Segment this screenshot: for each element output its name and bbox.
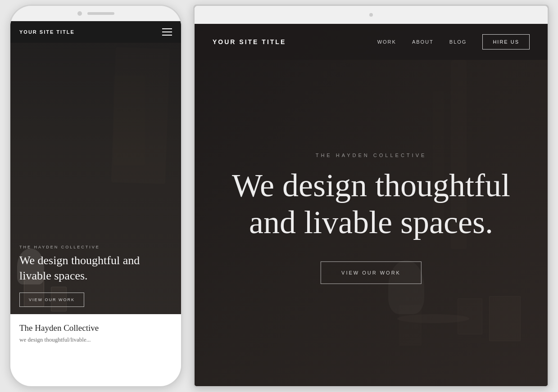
nav-link-about[interactable]: ABOUT [412,39,434,45]
desktop-hero-heading: We design thoughtful and livable spaces. [221,167,521,241]
nav-link-work[interactable]: WORK [377,39,396,45]
mobile-cta-button[interactable]: VIEW OUR WORK [19,293,84,307]
mobile-speaker [87,12,114,15]
mobile-hero-content: THE HAYDEN COLLECTIVE We design thoughtf… [19,245,172,307]
desktop-hero-heading-line2: and livable spaces. [249,204,493,240]
desktop-status-bar [195,6,548,24]
mobile-site-title: YOUR SITE TITLE [19,29,75,35]
mobile-device: YOUR SITE TITLE THE HAYDEN COLLECTIVE We… [9,5,182,387]
desktop-nav: YOUR SITE TITLE WORK ABOUT BLOG HIRE US [195,24,548,60]
hire-us-button[interactable]: HIRE US [482,34,530,50]
desktop-hero-content: THE HAYDEN COLLECTIVE We design thoughtf… [221,152,521,284]
desktop-hero-heading-line1: We design thoughtful [232,167,510,203]
desktop-screen: YOUR SITE TITLE WORK ABOUT BLOG HIRE US … [195,24,548,386]
desktop-site-title: YOUR SITE TITLE [213,38,286,45]
desktop-camera-dot [369,13,373,17]
mobile-card-title: The Hayden Collective [19,323,172,333]
mobile-camera-dot [77,11,82,16]
hamburger-icon[interactable] [162,28,172,36]
mobile-hero-subtitle: THE HAYDEN COLLECTIVE [19,245,172,249]
desktop-cta-button[interactable]: VIEW OUR WORK [321,261,422,284]
desktop-device: YOUR SITE TITLE WORK ABOUT BLOG HIRE US … [193,5,549,387]
mobile-hero-heading: We design thoughtful and livable spaces. [19,253,172,284]
mobile-nav: YOUR SITE TITLE [10,21,181,43]
nav-link-blog[interactable]: BLOG [449,39,467,45]
mobile-bottom-card: The Hayden Collective we design thoughtf… [10,314,181,386]
desktop-hero-subtitle: THE HAYDEN COLLECTIVE [221,152,521,158]
mobile-card-text: we design thoughtful/livable... [19,336,172,344]
desktop-nav-links: WORK ABOUT BLOG HIRE US [377,34,530,50]
mobile-status-bar [10,6,181,21]
mobile-screen: YOUR SITE TITLE THE HAYDEN COLLECTIVE We… [10,21,181,343]
